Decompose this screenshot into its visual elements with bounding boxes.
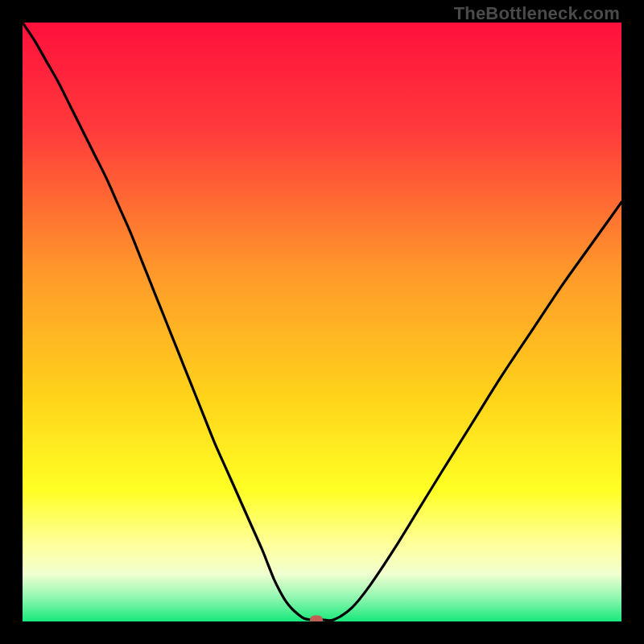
bottleneck-curve	[23, 23, 621, 621]
optimal-point-marker	[310, 615, 323, 621]
watermark-text: TheBottleneck.com	[454, 3, 620, 24]
chart-frame: TheBottleneck.com	[0, 0, 644, 644]
plot-area	[23, 23, 621, 621]
